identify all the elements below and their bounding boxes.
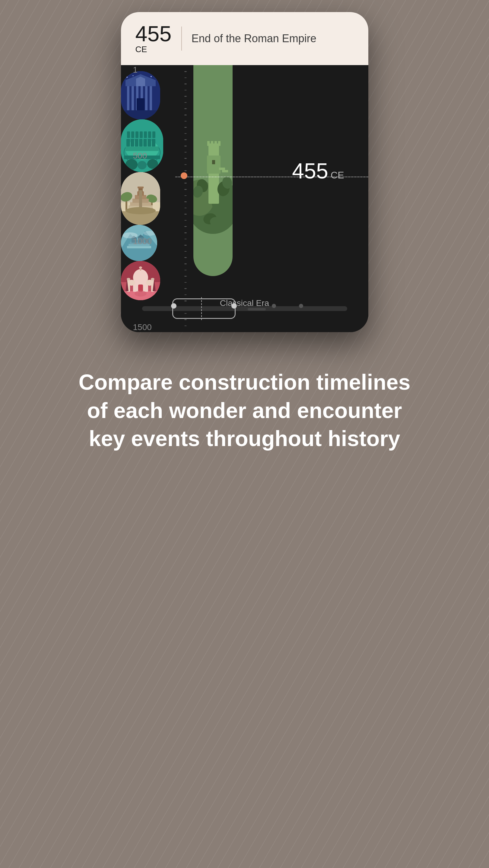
timeline-section[interactable]: 1 500 1000 1500 bbox=[121, 65, 368, 332]
svg-rect-12 bbox=[222, 170, 228, 173]
year-era: CE bbox=[136, 44, 147, 54]
axis-dot bbox=[184, 232, 187, 233]
scrubber-handle-left[interactable] bbox=[171, 303, 176, 309]
tagline-line3: key events throughout history bbox=[89, 427, 400, 451]
axis-dot bbox=[184, 139, 187, 140]
svg-rect-44 bbox=[127, 131, 130, 138]
header-divider bbox=[181, 27, 182, 51]
axis-dot bbox=[184, 208, 187, 209]
axis-dot bbox=[184, 220, 187, 221]
axis-dot bbox=[184, 121, 187, 122]
axis-dot bbox=[184, 96, 187, 97]
svg-rect-7 bbox=[214, 141, 217, 146]
svg-point-33 bbox=[155, 74, 156, 75]
timeline-year-ce: CE bbox=[330, 170, 344, 181]
year-block: 455 CE bbox=[136, 23, 172, 54]
header-card: 455 CE End of the Roman Empire bbox=[121, 12, 368, 65]
phone-frame: 455 CE End of the Roman Empire 1 500 100… bbox=[121, 12, 368, 332]
svg-rect-6 bbox=[211, 141, 213, 146]
axis-dot bbox=[184, 226, 187, 227]
axis-dot bbox=[184, 158, 187, 159]
svg-rect-37 bbox=[126, 139, 130, 147]
event-title: End of the Roman Empire bbox=[192, 32, 316, 45]
svg-rect-5 bbox=[207, 141, 210, 146]
scrubber-item-segment bbox=[248, 308, 266, 310]
scrubber-track[interactable] bbox=[142, 306, 347, 311]
axis-dot bbox=[184, 282, 187, 283]
scrubber-center-indicator bbox=[201, 297, 202, 320]
svg-rect-8 bbox=[218, 141, 221, 146]
axis-dot bbox=[184, 239, 187, 240]
axis-dot bbox=[184, 276, 187, 277]
year-number: 455 bbox=[136, 23, 172, 44]
tagline-text: Compare construction timelines of each w… bbox=[79, 368, 410, 453]
current-time-dot bbox=[181, 173, 187, 179]
axis-dot bbox=[184, 84, 187, 84]
axis-dot bbox=[184, 245, 187, 246]
scrubber-selection-box[interactable] bbox=[172, 299, 236, 319]
axis-dot bbox=[184, 146, 187, 147]
svg-rect-20 bbox=[127, 86, 130, 110]
timeline-year-number: 455 bbox=[292, 158, 328, 183]
svg-point-94 bbox=[127, 278, 130, 280]
great-wall-illustration bbox=[193, 65, 233, 276]
year-label-1: 1 bbox=[133, 65, 152, 75]
axis-dot bbox=[184, 326, 187, 327]
axis-dot bbox=[184, 201, 187, 202]
axis-dot bbox=[184, 319, 187, 320]
axis-dot bbox=[184, 170, 187, 171]
svg-rect-43 bbox=[152, 139, 155, 147]
year-label-500: 500 bbox=[133, 151, 152, 161]
great-wall-timeline-bar bbox=[193, 65, 233, 276]
axis-dot bbox=[184, 133, 187, 134]
axis-dot bbox=[184, 127, 187, 128]
year-labels: 1 500 1000 1500 bbox=[133, 65, 152, 332]
svg-point-30 bbox=[126, 76, 127, 78]
axis-dot bbox=[184, 152, 187, 153]
axis-dot bbox=[184, 214, 187, 215]
axis-dot bbox=[184, 264, 187, 264]
year-label-1500: 1500 bbox=[133, 322, 152, 332]
axis-dot bbox=[184, 189, 187, 190]
axis-dot bbox=[184, 195, 187, 196]
axis-dot bbox=[184, 71, 187, 72]
axis-dot bbox=[184, 251, 187, 252]
axis-dot bbox=[184, 90, 187, 91]
axis-dot bbox=[184, 294, 187, 296]
axis-dot bbox=[184, 108, 187, 109]
axis-dot bbox=[184, 102, 187, 103]
svg-rect-9 bbox=[207, 156, 221, 174]
svg-rect-50 bbox=[152, 131, 155, 138]
svg-rect-11 bbox=[219, 167, 225, 170]
tagline-line2: of each wonder and encounter bbox=[87, 398, 402, 423]
axis-dot bbox=[184, 164, 187, 165]
svg-rect-10 bbox=[212, 160, 215, 164]
scrubber-item-dot-2 bbox=[299, 304, 303, 308]
dotted-axis-line bbox=[184, 65, 187, 332]
axis-dot bbox=[184, 270, 187, 271]
scrubber-handle-right[interactable] bbox=[231, 303, 237, 309]
axis-dot bbox=[184, 115, 187, 116]
axis-dot bbox=[184, 78, 187, 79]
axis-dot bbox=[184, 257, 187, 258]
tagline-line1: Compare construction timelines bbox=[79, 370, 410, 394]
year-label-1000: 1000 bbox=[133, 237, 152, 246]
timeline-year-display: 455 CE bbox=[292, 158, 344, 183]
axis-dot bbox=[184, 183, 187, 184]
scrubber-item-dot-1 bbox=[272, 304, 276, 308]
bottom-tagline-section: Compare construction timelines of each w… bbox=[54, 332, 434, 489]
axis-dot bbox=[184, 288, 187, 289]
